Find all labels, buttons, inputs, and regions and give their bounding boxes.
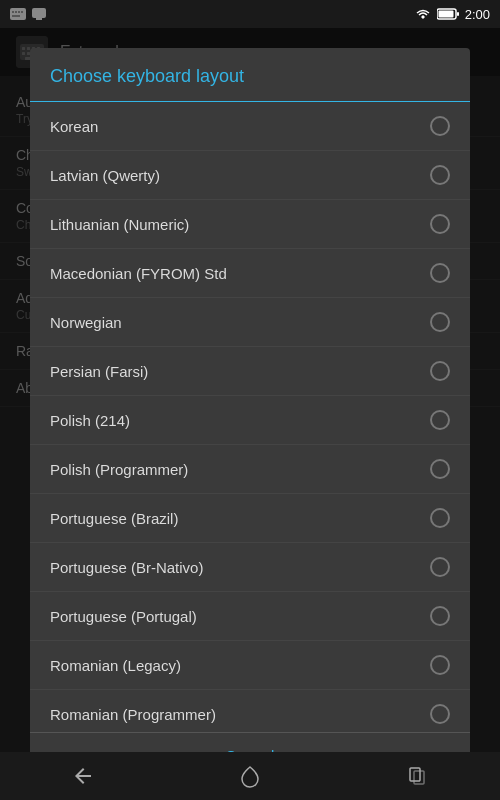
dialog-list-item[interactable]: Romanian (Programmer) xyxy=(30,690,470,732)
dialog-list-item[interactable]: Portuguese (Br-Nativo) xyxy=(30,543,470,592)
dialog-list-item[interactable]: Romanian (Legacy) xyxy=(30,641,470,690)
back-icon xyxy=(71,764,95,788)
svg-rect-22 xyxy=(410,768,420,781)
dialog-item-label: Polish (214) xyxy=(50,412,130,429)
radio-button[interactable] xyxy=(430,459,450,479)
dialog-item-label: Lithuanian (Numeric) xyxy=(50,216,189,233)
dialog-item-label: Portuguese (Br-Nativo) xyxy=(50,559,203,576)
home-button[interactable] xyxy=(220,756,280,796)
svg-rect-7 xyxy=(36,18,42,20)
svg-rect-2 xyxy=(15,11,17,13)
dialog-list-item[interactable]: Macedonian (FYROM) Std xyxy=(30,249,470,298)
dialog-item-label: Korean xyxy=(50,118,98,135)
svg-rect-3 xyxy=(18,11,20,13)
radio-button[interactable] xyxy=(430,410,450,430)
dialog-item-label: Norwegian xyxy=(50,314,122,331)
status-bar: 2:00 xyxy=(0,0,500,28)
recent-icon xyxy=(405,764,429,788)
dialog-list-item[interactable]: Polish (214) xyxy=(30,396,470,445)
svg-rect-0 xyxy=(10,8,26,20)
svg-rect-4 xyxy=(21,11,23,13)
svg-rect-5 xyxy=(12,15,20,17)
radio-button[interactable] xyxy=(430,704,450,724)
keyboard-layout-dialog: Choose keyboard layout Korean Latvian (Q… xyxy=(30,48,470,778)
dialog-item-label: Romanian (Legacy) xyxy=(50,657,181,674)
radio-button[interactable] xyxy=(430,508,450,528)
svg-rect-23 xyxy=(414,771,424,784)
dialog-item-label: Latvian (Qwerty) xyxy=(50,167,160,184)
dialog-item-label: Romanian (Programmer) xyxy=(50,706,216,723)
dialog-list-item[interactable]: Persian (Farsi) xyxy=(30,347,470,396)
time-display: 2:00 xyxy=(465,7,490,22)
dialog-item-label: Macedonian (FYROM) Std xyxy=(50,265,227,282)
dialog-item-label: Portuguese (Portugal) xyxy=(50,608,197,625)
svg-rect-9 xyxy=(457,12,459,16)
recent-button[interactable] xyxy=(387,756,447,796)
dialog-overlay: Choose keyboard layout Korean Latvian (Q… xyxy=(0,28,500,752)
battery-icon xyxy=(437,8,459,20)
keyboard-icon xyxy=(10,8,26,20)
dialog-item-label: Polish (Programmer) xyxy=(50,461,188,478)
radio-button[interactable] xyxy=(430,361,450,381)
screen-icon xyxy=(32,8,46,20)
svg-rect-6 xyxy=(32,8,46,18)
dialog-list-item[interactable]: Latvian (Qwerty) xyxy=(30,151,470,200)
radio-button[interactable] xyxy=(430,214,450,234)
dialog-list[interactable]: Korean Latvian (Qwerty) Lithuanian (Nume… xyxy=(30,102,470,732)
dialog-item-label: Persian (Farsi) xyxy=(50,363,148,380)
radio-button[interactable] xyxy=(430,606,450,626)
svg-rect-1 xyxy=(12,11,14,13)
nav-bar xyxy=(0,752,500,800)
svg-rect-10 xyxy=(438,11,453,18)
dialog-list-item[interactable]: Portuguese (Brazil) xyxy=(30,494,470,543)
home-icon xyxy=(238,764,262,788)
radio-button[interactable] xyxy=(430,557,450,577)
dialog-item-label: Portuguese (Brazil) xyxy=(50,510,178,527)
radio-button[interactable] xyxy=(430,116,450,136)
status-left-icons xyxy=(10,8,46,20)
dialog-title: Choose keyboard layout xyxy=(30,48,470,102)
dialog-list-item[interactable]: Portuguese (Portugal) xyxy=(30,592,470,641)
dialog-list-item[interactable]: Korean xyxy=(30,102,470,151)
radio-button[interactable] xyxy=(430,655,450,675)
dialog-list-item[interactable]: Polish (Programmer) xyxy=(30,445,470,494)
wifi-icon xyxy=(415,8,431,20)
radio-button[interactable] xyxy=(430,165,450,185)
radio-button[interactable] xyxy=(430,263,450,283)
back-button[interactable] xyxy=(53,756,113,796)
dialog-list-item[interactable]: Lithuanian (Numeric) xyxy=(30,200,470,249)
status-right: 2:00 xyxy=(415,7,490,22)
radio-button[interactable] xyxy=(430,312,450,332)
dialog-list-item[interactable]: Norwegian xyxy=(30,298,470,347)
